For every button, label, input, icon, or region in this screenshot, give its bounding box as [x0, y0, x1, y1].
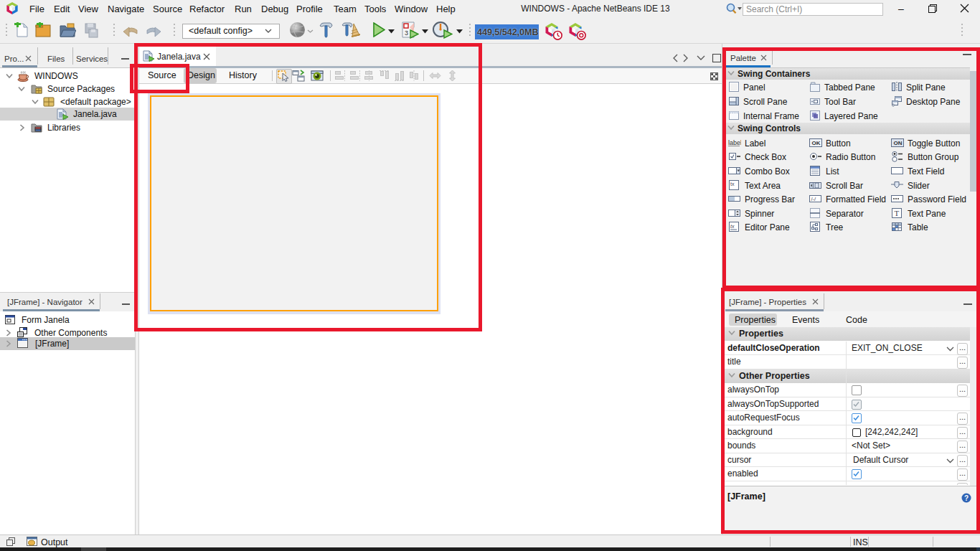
svg-text:3: 3	[405, 29, 408, 37]
